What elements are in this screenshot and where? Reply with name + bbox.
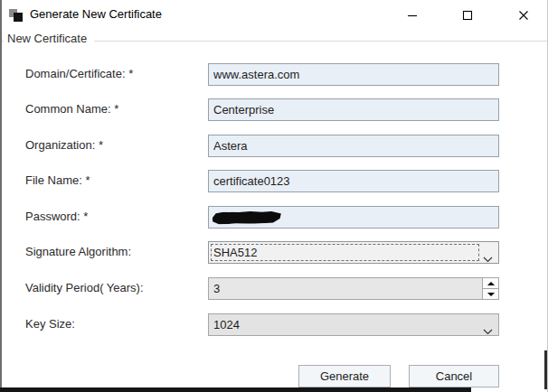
form-row-domain: Domain/Certificate: * — [0, 63, 548, 86]
organization-label: Organization: * — [25, 138, 103, 152]
window-left-border — [0, 0, 2, 392]
form-row-organization: Organization: * — [0, 135, 548, 157]
generate-certificate-dialog: Generate New Certificate New Certificate… — [0, 0, 548, 392]
file-name-input[interactable] — [208, 170, 499, 192]
signature-algorithm-dropdown[interactable]: SHA512 — [208, 241, 499, 264]
maximize-icon — [462, 8, 473, 24]
close-button[interactable] — [508, 4, 539, 29]
common-name-input[interactable] — [208, 98, 499, 121]
app-icon — [9, 8, 24, 23]
form-row-key-size: Key Size: 1024 — [0, 313, 548, 336]
common-name-label: Common Name: * — [25, 102, 118, 116]
background-window-edge-bottom — [0, 387, 471, 392]
validity-period-value: 3 — [213, 282, 220, 295]
spin-down-button[interactable] — [483, 289, 498, 299]
domain-label: Domain/Certificate: * — [25, 67, 133, 80]
form-row-validity-period: Validity Period( Years): 3 — [0, 277, 548, 300]
key-size-label: Key Size: — [25, 317, 75, 331]
spin-buttons — [482, 278, 498, 299]
form-row-file-name: File Name: * — [0, 170, 548, 192]
groupbox-border — [94, 41, 547, 42]
cancel-button[interactable]: Cancel — [409, 365, 499, 387]
password-input[interactable] — [208, 206, 499, 229]
signature-algorithm-label: Signature Algorithm: — [25, 245, 131, 258]
organization-input[interactable] — [208, 135, 499, 157]
title-bar: Generate New Certificate — [0, 0, 548, 29]
spin-down-icon — [487, 293, 495, 296]
key-size-dropdown[interactable]: 1024 — [208, 313, 499, 336]
validity-period-spinner[interactable]: 3 — [208, 277, 499, 300]
spin-up-icon — [487, 282, 495, 285]
form-row-common-name: Common Name: * — [0, 98, 548, 121]
file-name-label: File Name: * — [25, 173, 90, 187]
minimize-button[interactable] — [397, 4, 428, 29]
minimize-icon — [407, 8, 418, 24]
password-redaction-blob — [213, 210, 281, 224]
key-size-value: 1024 — [213, 318, 240, 331]
window-title: Generate New Certificate — [30, 7, 162, 21]
spin-up-button[interactable] — [483, 278, 498, 289]
background-window-edge-right — [544, 350, 547, 389]
generate-button[interactable]: Generate — [298, 365, 391, 387]
validity-period-label: Validity Period( Years): — [25, 281, 144, 294]
signature-algorithm-value: SHA512 — [213, 246, 257, 259]
form-row-password: Password: * — [0, 206, 548, 229]
chevron-down-icon — [483, 250, 493, 266]
form-row-signature-algorithm: Signature Algorithm: SHA512 — [0, 241, 548, 264]
domain-input[interactable] — [208, 63, 499, 86]
password-label: Password: * — [25, 210, 88, 223]
close-icon — [518, 8, 529, 24]
maximize-button[interactable] — [452, 4, 483, 29]
chevron-down-icon — [483, 322, 493, 339]
groupbox-label: New Certificate — [7, 32, 87, 45]
